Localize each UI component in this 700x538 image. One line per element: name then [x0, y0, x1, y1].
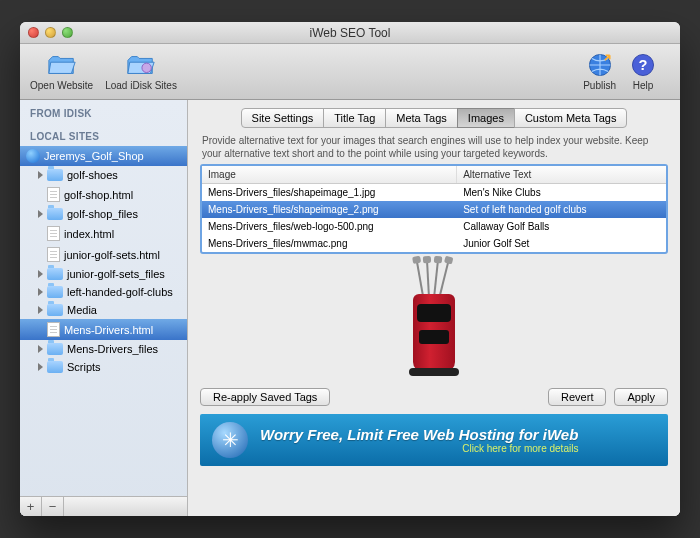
- publish-label: Publish: [583, 80, 616, 91]
- sidebar-heading-local: LOCAL SITES: [20, 123, 187, 146]
- help-label: Help: [633, 80, 654, 91]
- folder-icon: [47, 304, 63, 316]
- cell-image: Mens-Drivers_files/shapeimage_2.png: [202, 201, 457, 218]
- folder-idisk-icon: [126, 52, 156, 78]
- reapply-button[interactable]: Re-apply Saved Tags: [200, 388, 330, 406]
- cell-image: Mens-Drivers_files/mwmac.png: [202, 235, 457, 252]
- disclosure-triangle-icon[interactable]: [38, 345, 43, 353]
- sidebar-footer: + −: [20, 496, 187, 516]
- sidebar-item-scripts[interactable]: Scripts: [20, 358, 187, 376]
- open-website-label: Open Website: [30, 80, 93, 91]
- add-button[interactable]: +: [20, 497, 42, 516]
- file-icon: [47, 247, 60, 262]
- disclosure-triangle-icon[interactable]: [38, 270, 43, 278]
- table-row[interactable]: Mens-Drivers_files/web-logo-500.png Call…: [202, 218, 666, 235]
- disclosure-triangle-icon[interactable]: [38, 306, 43, 314]
- ad-title: Worry Free, Limit Free Web Hosting for i…: [260, 426, 578, 443]
- tab-custom-meta[interactable]: Custom Meta Tags: [514, 108, 628, 128]
- sidebar-item-golf-shop-html[interactable]: golf-shop.html: [20, 184, 187, 205]
- tab-site-settings[interactable]: Site Settings: [241, 108, 325, 128]
- app-window: iWeb SEO Tool Open Website Load iDisk Si…: [20, 22, 680, 516]
- disclosure-triangle-icon[interactable]: [38, 171, 43, 179]
- sidebar-item-golf-shop-files[interactable]: golf-shop_files: [20, 205, 187, 223]
- tab-images[interactable]: Images: [457, 108, 515, 128]
- sidebar-item-left-handed-golf-clubs[interactable]: left-handed-golf-clubs: [20, 283, 187, 301]
- folder-icon: [47, 343, 63, 355]
- cell-image: Mens-Drivers_files/shapeimage_1.jpg: [202, 184, 457, 201]
- file-icon: [47, 322, 60, 337]
- golf-bag-image: [399, 264, 469, 376]
- sidebar-item-junior-golf-sets-html[interactable]: junior-golf-sets.html: [20, 244, 187, 265]
- tab-title-tag[interactable]: Title Tag: [323, 108, 386, 128]
- sidebar-item-index-html[interactable]: index.html: [20, 223, 187, 244]
- ad-subtitle: Click here for more details: [260, 443, 578, 454]
- main-pane: Site Settings Title Tag Meta Tags Images…: [188, 100, 680, 516]
- apply-button[interactable]: Apply: [614, 388, 668, 406]
- globe-icon: [26, 149, 40, 163]
- folder-icon: [47, 169, 63, 181]
- revert-button[interactable]: Revert: [548, 388, 606, 406]
- help-icon: ?: [628, 52, 658, 78]
- folder-icon: [47, 208, 63, 220]
- cell-alt: Junior Golf Set: [457, 235, 666, 252]
- tab-bar: Site Settings Title Tag Meta Tags Images…: [188, 100, 680, 128]
- toolbar: Open Website Load iDisk Sites Publish ? …: [20, 44, 680, 100]
- ad-banner[interactable]: ✳ Worry Free, Limit Free Web Hosting for…: [200, 414, 668, 466]
- folder-icon: [47, 268, 63, 280]
- folder-icon: [47, 361, 63, 373]
- disclosure-triangle-icon[interactable]: [38, 288, 43, 296]
- sidebar-item-media[interactable]: Media: [20, 301, 187, 319]
- load-idisk-button[interactable]: Load iDisk Sites: [105, 52, 177, 91]
- sidebar-item-mens-drivers-files[interactable]: Mens-Drivers_files: [20, 340, 187, 358]
- svg-point-0: [142, 63, 151, 72]
- folder-icon: [47, 286, 63, 298]
- open-website-button[interactable]: Open Website: [30, 52, 93, 91]
- site-row[interactable]: Jeremys_Golf_Shop: [20, 146, 187, 166]
- ad-globe-icon: ✳: [212, 422, 248, 458]
- remove-button[interactable]: −: [42, 497, 64, 516]
- globe-publish-icon: [585, 52, 615, 78]
- tab-meta-tags[interactable]: Meta Tags: [385, 108, 458, 128]
- sidebar-item-junior-golf-sets-files[interactable]: junior-golf-sets_files: [20, 265, 187, 283]
- sidebar: FROM IDISK LOCAL SITES Jeremys_Golf_Shop…: [20, 100, 188, 516]
- sidebar-item-golf-shoes[interactable]: golf-shoes: [20, 166, 187, 184]
- col-alt-text[interactable]: Alternative Text: [457, 166, 666, 183]
- image-preview: [200, 260, 668, 380]
- col-image[interactable]: Image: [202, 166, 457, 183]
- file-icon: [47, 226, 60, 241]
- window-title: iWeb SEO Tool: [20, 26, 680, 40]
- file-icon: [47, 187, 60, 202]
- table-row[interactable]: Mens-Drivers_files/shapeimage_2.png Set …: [202, 201, 666, 218]
- cell-alt: Set of left handed golf clubs: [457, 201, 666, 218]
- sidebar-item-mens-drivers-html[interactable]: Mens-Drivers.html: [20, 319, 187, 340]
- help-button[interactable]: ? Help: [628, 52, 658, 91]
- table-header: Image Alternative Text: [202, 166, 666, 184]
- hint-text: Provide alternative text for your images…: [188, 128, 680, 164]
- svg-text:?: ?: [639, 57, 648, 73]
- images-table: Image Alternative Text Mens-Drivers_file…: [200, 164, 668, 254]
- cell-alt: Men's Nike Clubs: [457, 184, 666, 201]
- cell-alt: Callaway Golf Balls: [457, 218, 666, 235]
- button-row: Re-apply Saved Tags Revert Apply: [188, 380, 680, 414]
- disclosure-triangle-icon[interactable]: [38, 363, 43, 371]
- cell-image: Mens-Drivers_files/web-logo-500.png: [202, 218, 457, 235]
- folder-open-icon: [47, 52, 77, 78]
- publish-button[interactable]: Publish: [583, 52, 616, 91]
- load-idisk-label: Load iDisk Sites: [105, 80, 177, 91]
- disclosure-triangle-icon[interactable]: [38, 210, 43, 218]
- ad-text: Worry Free, Limit Free Web Hosting for i…: [260, 426, 578, 454]
- site-name: Jeremys_Golf_Shop: [44, 150, 144, 162]
- table-row[interactable]: Mens-Drivers_files/shapeimage_1.jpg Men'…: [202, 184, 666, 201]
- table-row[interactable]: Mens-Drivers_files/mwmac.png Junior Golf…: [202, 235, 666, 252]
- sidebar-heading-idisk: FROM IDISK: [20, 100, 187, 123]
- titlebar[interactable]: iWeb SEO Tool: [20, 22, 680, 44]
